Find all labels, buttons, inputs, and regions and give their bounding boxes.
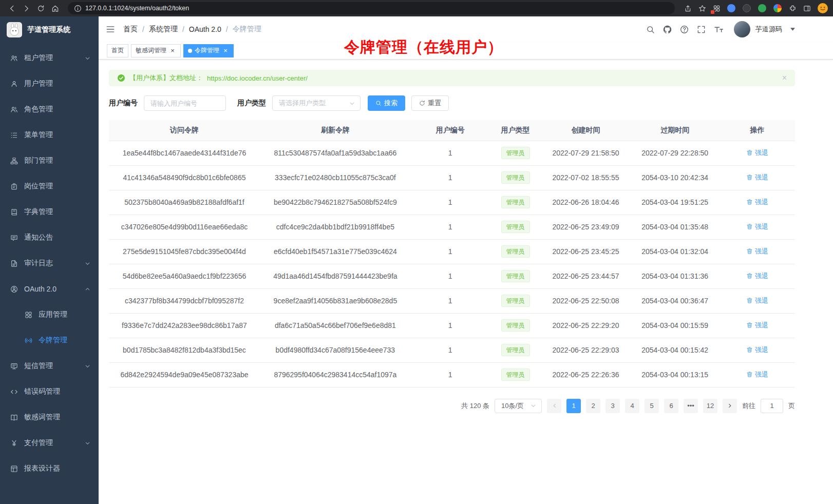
- sidebar-item-label: 审计日志: [24, 259, 53, 268]
- breadcrumb-item[interactable]: 系统管理: [149, 25, 178, 34]
- share-icon[interactable]: [681, 2, 694, 15]
- page-button[interactable]: 1: [566, 399, 581, 413]
- extension-green-icon[interactable]: [758, 4, 766, 12]
- force-logout-button[interactable]: 强退: [746, 272, 768, 281]
- page-button[interactable]: 4: [625, 399, 639, 413]
- force-logout-button[interactable]: 强退: [746, 321, 768, 330]
- fullscreen-icon[interactable]: [697, 25, 706, 34]
- sidebar-item[interactable]: 错误码管理: [0, 379, 99, 404]
- user-type-tag: 管理员: [501, 196, 530, 208]
- close-icon[interactable]: ×: [782, 73, 787, 83]
- extension-dark-icon[interactable]: [743, 4, 751, 12]
- caret-down-icon[interactable]: [790, 28, 795, 31]
- sidebar-item[interactable]: 审计日志: [0, 250, 99, 276]
- user-name[interactable]: 芋道源码: [755, 25, 782, 34]
- expire-time-cell: 2054-03-04 01:32:04: [630, 239, 720, 264]
- table-row: 1ea5e44f8bc1467aaede43144f31de76811c5304…: [109, 141, 795, 165]
- page-button[interactable]: 3: [605, 399, 620, 413]
- refresh-token-cell: dfa6c71a50a54c66bef706ef9e6e8d81: [260, 313, 411, 338]
- sidebar-item-label: 支付管理: [24, 438, 53, 448]
- github-icon[interactable]: [663, 25, 672, 34]
- extension-blue-icon[interactable]: [727, 4, 735, 12]
- more-pages-button[interactable]: •••: [684, 399, 698, 413]
- sidebar-item[interactable]: 敏感词管理: [0, 404, 99, 430]
- page-button[interactable]: 12: [703, 399, 717, 413]
- prev-page-button[interactable]: [547, 399, 561, 413]
- sidebar-item[interactable]: 租户管理: [0, 45, 99, 71]
- force-logout-button[interactable]: 强退: [746, 296, 768, 305]
- sidebar-item-label: 短信管理: [24, 361, 53, 371]
- puzzle-icon[interactable]: [786, 2, 799, 15]
- tab[interactable]: 令牌管理×: [183, 44, 234, 57]
- breadcrumb-item[interactable]: 首页: [123, 25, 138, 34]
- force-logout-button[interactable]: 强退: [746, 370, 768, 379]
- sidebar-item[interactable]: 字典管理: [0, 199, 99, 225]
- extensions-icon[interactable]: [710, 2, 723, 15]
- help-icon[interactable]: [680, 25, 689, 34]
- sidebar-item[interactable]: 用户管理: [0, 71, 99, 96]
- user-type-tag: 管理员: [501, 270, 530, 282]
- tab-label: 首页: [111, 46, 124, 55]
- app-title: 芋道管理系统: [27, 25, 70, 34]
- force-logout-button[interactable]: 强退: [746, 198, 768, 207]
- sidebar-item[interactable]: 角色管理: [0, 96, 99, 122]
- browser-profile-avatar[interactable]: [818, 3, 828, 13]
- force-logout-button[interactable]: 强退: [746, 247, 768, 256]
- sidebar-item-label: 角色管理: [24, 105, 53, 114]
- side-panel-icon[interactable]: [800, 2, 813, 15]
- force-logout-button[interactable]: 强退: [746, 345, 768, 355]
- page-button[interactable]: 6: [664, 399, 678, 413]
- sidebar-item[interactable]: 菜单管理: [0, 122, 99, 148]
- reload-icon[interactable]: [34, 2, 47, 15]
- goto-page-input[interactable]: [761, 399, 783, 413]
- close-icon[interactable]: ×: [222, 47, 229, 54]
- back-icon[interactable]: [5, 2, 18, 15]
- search-button[interactable]: 搜索: [368, 95, 405, 111]
- user-id-cell: 1: [411, 215, 490, 239]
- access-token-cell: 6d842e2924594de9a09e45e087323abe: [109, 362, 260, 387]
- create-time-cell: 2022-06-25 22:26:36: [541, 362, 631, 387]
- search-icon[interactable]: [646, 25, 655, 34]
- chrome-profile-icon[interactable]: [773, 4, 782, 12]
- sidebar-item[interactable]: 岗位管理: [0, 173, 99, 199]
- browser-toolbar: 127.0.0.1:1024/system/oauth2/token: [0, 0, 833, 16]
- user-type-select[interactable]: 请选择用户类型: [272, 95, 361, 111]
- force-logout-button[interactable]: 强退: [746, 173, 768, 182]
- user-avatar[interactable]: [734, 21, 750, 37]
- sidebar-item[interactable]: 通知公告: [0, 225, 99, 250]
- user-id-cell: 1: [411, 288, 490, 313]
- forward-icon[interactable]: [20, 2, 33, 15]
- sidebar-item[interactable]: 报表设计器: [0, 456, 99, 481]
- table-row: c347026e805e4d99b0d116eae66eda8ccdfc4ce9…: [109, 215, 795, 239]
- tab[interactable]: 首页: [107, 44, 128, 57]
- reset-button[interactable]: 重置: [411, 95, 449, 111]
- next-page-button[interactable]: [723, 399, 737, 413]
- force-logout-button[interactable]: 强退: [746, 222, 768, 231]
- expire-time-cell: 2054-03-04 00:13:15: [630, 362, 720, 387]
- info-icon[interactable]: [73, 4, 82, 13]
- close-icon[interactable]: ×: [169, 47, 176, 54]
- create-time-cell: 2022-07-29 21:58:50: [541, 141, 631, 165]
- font-size-icon[interactable]: [714, 26, 724, 33]
- sidebar-item[interactable]: 应用管理: [0, 302, 99, 327]
- force-logout-button[interactable]: 强退: [746, 148, 768, 158]
- sidebar-item[interactable]: OAuth 2.0: [0, 276, 99, 302]
- sidebar-item[interactable]: 部门管理: [0, 148, 99, 173]
- doc-link[interactable]: https://doc.iocoder.cn/user-center/: [207, 74, 308, 82]
- chevron-down-icon: [531, 403, 536, 409]
- sidebar-item[interactable]: 短信管理: [0, 353, 99, 379]
- address-bar[interactable]: 127.0.0.1:1024/system/oauth2/token: [68, 2, 675, 14]
- hamburger-icon[interactable]: [106, 25, 115, 34]
- sidebar-item[interactable]: 支付管理: [0, 430, 99, 456]
- breadcrumb-item[interactable]: OAuth 2.0: [189, 25, 221, 33]
- bookmark-star-icon[interactable]: [695, 2, 709, 15]
- goto-suffix: 页: [788, 401, 795, 411]
- page-button[interactable]: 5: [645, 399, 659, 413]
- page-button[interactable]: 2: [586, 399, 600, 413]
- home-icon[interactable]: [48, 2, 62, 15]
- sidebar-item[interactable]: 令牌管理: [0, 327, 99, 353]
- app-logo[interactable]: 芋道管理系统: [0, 16, 99, 43]
- page-size-select[interactable]: 10条/页: [495, 399, 542, 413]
- tab[interactable]: 敏感词管理×: [131, 44, 181, 57]
- user-id-input[interactable]: [144, 95, 226, 111]
